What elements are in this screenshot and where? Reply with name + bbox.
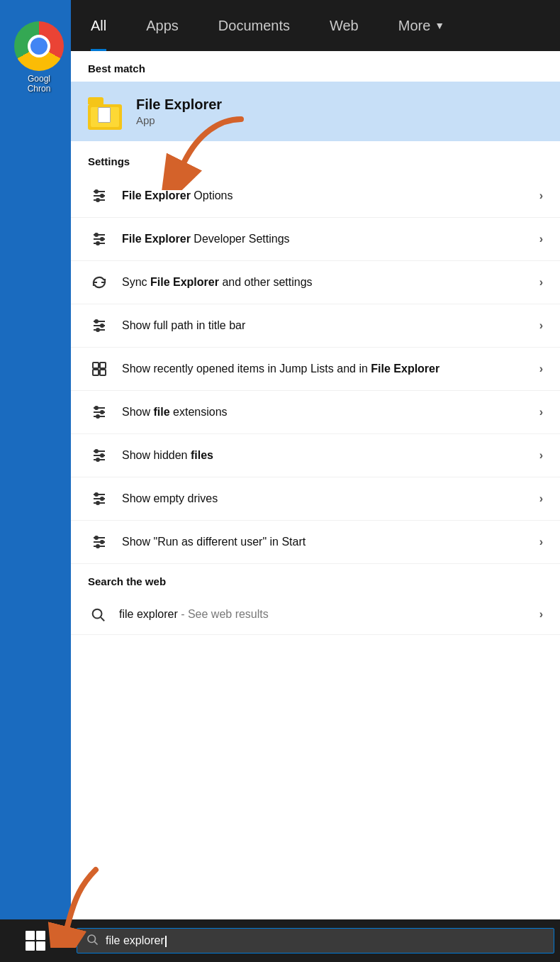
chevron-4: › [539,363,543,375]
start-menu-panel: All Apps Documents Web More ▼ Best m [71,0,560,929]
desktop: Googl Chron tips All Apps Documents Web … [0,0,560,962]
svg-rect-18 [93,363,99,368]
svg-point-26 [101,411,103,414]
chevron-7: › [539,492,543,505]
settings-item-2[interactable]: Sync File Explorer and other settings › [71,261,560,304]
svg-point-45 [96,545,99,548]
settings-item-8[interactable]: Show "Run as different user" in Start › [71,521,560,564]
chevron-3: › [539,319,543,332]
settings-icon-1 [88,228,111,250]
svg-point-43 [95,536,98,539]
svg-point-5 [96,199,99,201]
settings-icon-0 [88,184,111,207]
chrome-label: Googl Chron [7,74,71,94]
settings-item-text-0: File Explorer Options [122,188,539,204]
best-match-file-explorer[interactable]: File Explorer App [71,82,560,141]
settings-item-text-3: Show full path in title bar [122,318,539,333]
chevron-1: › [539,233,543,245]
settings-icon-8 [88,531,111,553]
svg-rect-21 [100,370,106,375]
svg-point-17 [96,328,99,331]
taskbar-search-text: file explorer [106,934,167,947]
settings-item-text-8: Show "Run as different user" in Start [122,534,539,550]
settings-item-text-7: Show empty drives [122,491,539,507]
svg-point-4 [101,194,103,197]
chevron-0: › [539,189,543,202]
tab-documents[interactable]: Documents [198,0,310,51]
web-search-item[interactable]: file explorer - See web results › [71,595,560,635]
svg-point-11 [96,242,99,245]
settings-item-6[interactable]: Show hidden files › [71,434,560,477]
svg-point-15 [95,320,98,323]
chrome-logo [14,21,64,71]
taskbar: file explorer [0,919,560,962]
settings-item-3[interactable]: Show full path in title bar › [71,304,560,348]
svg-line-47 [101,617,104,621]
svg-point-31 [95,450,98,453]
svg-point-32 [101,454,103,457]
settings-icon-2 [88,271,111,294]
settings-icon-3 [88,314,111,337]
settings-header: Settings [71,144,560,175]
settings-item-text-6: Show hidden files [122,448,539,463]
chevron-8: › [539,536,543,548]
svg-point-38 [101,497,103,500]
svg-point-39 [96,502,99,504]
settings-item-text-4: Show recently opened items in Jump Lists… [122,361,539,377]
web-search-icon [88,604,108,624]
tab-more[interactable]: More ▼ [379,0,464,51]
search-tabs-bar: All Apps Documents Web More ▼ [71,0,560,51]
chrome-desktop-icon[interactable]: Googl Chron [7,21,71,94]
svg-point-27 [96,415,99,418]
best-match-title: File Explorer [136,96,543,113]
settings-icon-4 [88,358,111,380]
settings-item-1[interactable]: File Explorer Developer Settings › [71,218,560,261]
tab-all[interactable]: All [71,0,126,51]
svg-point-33 [96,458,99,461]
svg-line-50 [94,941,97,944]
svg-point-25 [95,407,98,409]
tab-web[interactable]: Web [310,0,379,51]
web-search-text: file explorer - See web results [119,608,539,621]
svg-point-49 [88,935,96,943]
start-button[interactable] [0,919,71,962]
svg-point-10 [101,238,103,240]
settings-item-5[interactable]: Show file extensions › [71,391,560,434]
settings-item-text-5: Show file extensions [122,404,539,420]
svg-rect-19 [100,363,106,368]
search-results: Best match File Explorer App [71,51,560,929]
tab-apps[interactable]: Apps [126,0,198,51]
settings-item-text-2: Sync File Explorer and other settings [122,275,539,290]
settings-item-4[interactable]: Show recently opened items in Jump Lists… [71,348,560,391]
chevron-2: › [539,276,543,289]
svg-point-3 [95,190,98,193]
svg-point-16 [101,324,103,327]
svg-rect-20 [93,370,99,375]
windows-logo [26,931,45,951]
settings-item-0[interactable]: File Explorer Options › [71,175,560,218]
svg-point-46 [93,609,102,619]
settings-item-7[interactable]: Show empty drives › [71,477,560,521]
web-chevron: › [539,608,543,621]
settings-icon-7 [88,487,111,510]
svg-point-44 [101,541,103,543]
web-search-header: Search the web [71,564,560,595]
svg-point-9 [95,233,98,236]
svg-point-37 [95,493,98,496]
best-match-text: File Explorer App [136,96,543,126]
taskbar-search-bar[interactable]: file explorer [77,928,554,953]
more-dropdown-arrow: ▼ [435,20,444,31]
chevron-6: › [539,449,543,462]
file-explorer-icon [88,93,125,130]
settings-icon-5 [88,401,111,424]
best-match-header: Best match [71,51,560,82]
best-match-subtitle: App [136,114,543,126]
settings-icon-6 [88,444,111,467]
chevron-5: › [539,406,543,419]
taskbar-search-icon [86,933,99,949]
settings-item-text-1: File Explorer Developer Settings [122,231,539,247]
